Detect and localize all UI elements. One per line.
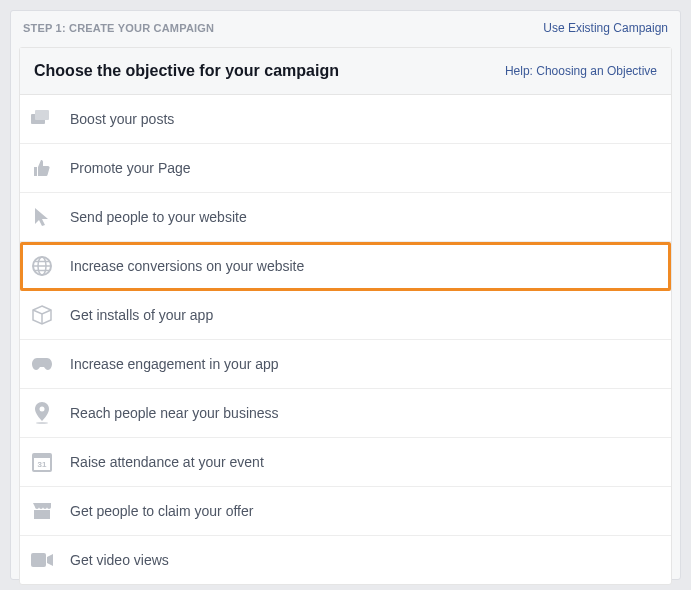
objective-label: Get installs of your app (70, 307, 213, 323)
panel-title: Choose the objective for your campaign (34, 62, 339, 80)
objective-panel: Choose the objective for your campaign H… (19, 47, 672, 585)
objective-promote-page[interactable]: Promote your Page (20, 144, 671, 193)
objective-offer-claims[interactable]: Get people to claim your offer (20, 487, 671, 536)
svg-rect-12 (34, 510, 50, 519)
objective-label: Raise attendance at your event (70, 454, 264, 470)
objective-app-engagement[interactable]: Increase engagement in your app (20, 340, 671, 389)
pin-icon (30, 401, 54, 425)
objective-label: Reach people near your business (70, 405, 279, 421)
campaign-panel: STEP 1: CREATE YOUR CAMPAIGN Use Existin… (10, 10, 681, 580)
objective-label: Increase conversions on your website (70, 258, 304, 274)
svg-point-8 (36, 422, 48, 424)
objective-event-responses[interactable]: 31 Raise attendance at your event (20, 438, 671, 487)
objective-label: Boost your posts (70, 111, 174, 127)
storefront-icon (30, 499, 54, 523)
svg-rect-10 (33, 454, 51, 458)
gamepad-icon (30, 352, 54, 376)
top-bar: STEP 1: CREATE YOUR CAMPAIGN Use Existin… (11, 11, 680, 47)
panel-header: Choose the objective for your campaign H… (20, 48, 671, 95)
video-icon (30, 548, 54, 572)
objective-video-views[interactable]: Get video views (20, 536, 671, 584)
svg-rect-13 (31, 553, 46, 567)
objective-label: Get video views (70, 552, 169, 568)
objective-label: Get people to claim your offer (70, 503, 253, 519)
thumbs-up-icon (30, 156, 54, 180)
boost-posts-icon (30, 107, 54, 131)
objective-label: Increase engagement in your app (70, 356, 279, 372)
step-label: STEP 1: CREATE YOUR CAMPAIGN (23, 22, 214, 34)
svg-text:31: 31 (38, 460, 47, 469)
help-choosing-objective-link[interactable]: Help: Choosing an Objective (505, 64, 657, 78)
svg-rect-1 (35, 110, 49, 120)
objective-boost-posts[interactable]: Boost your posts (20, 95, 671, 144)
use-existing-campaign-link[interactable]: Use Existing Campaign (543, 21, 668, 35)
box-icon (30, 303, 54, 327)
calendar-icon: 31 (30, 450, 54, 474)
cursor-icon (30, 205, 54, 229)
objective-label: Send people to your website (70, 209, 247, 225)
objective-website-conversions[interactable]: Increase conversions on your website (20, 242, 671, 291)
objective-local-awareness[interactable]: Reach people near your business (20, 389, 671, 438)
objective-website-clicks[interactable]: Send people to your website (20, 193, 671, 242)
objective-app-installs[interactable]: Get installs of your app (20, 291, 671, 340)
objective-list: Boost your posts Promote your Page Send … (20, 95, 671, 584)
objective-label: Promote your Page (70, 160, 191, 176)
svg-point-7 (40, 407, 45, 412)
globe-icon (30, 254, 54, 278)
